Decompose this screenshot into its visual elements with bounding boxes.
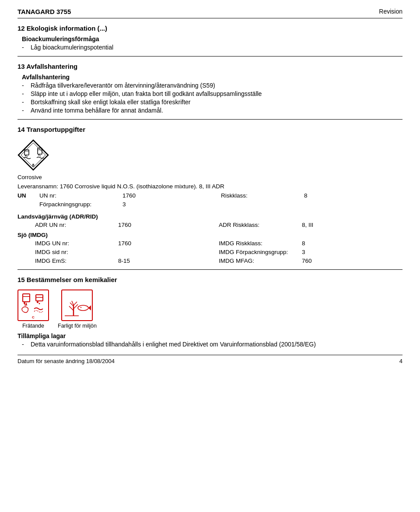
imdg-ems-label: IMDG EmS: xyxy=(35,258,118,264)
divider-14-15 xyxy=(18,269,402,270)
section-13-content: Avfallshantering - Rådfråga tillverkare/… xyxy=(22,74,402,114)
dash-icon: - xyxy=(22,99,29,106)
svg-text:8: 8 xyxy=(32,163,34,167)
imdg-mfag-label: IMDG MFAG: xyxy=(219,258,302,264)
riskklass-value: 8 xyxy=(304,192,308,199)
section-14-heading: 14 Transportuppgifter xyxy=(18,126,402,133)
transport-icon-area: 8 Corrosive xyxy=(18,139,402,180)
waste-item-2: - Släpp inte ut i avlopp eller miljön, u… xyxy=(22,90,402,97)
waste-sub-heading: Avfallshantering xyxy=(22,74,402,81)
section-12-heading: 12 Ekologisk information (...) xyxy=(18,25,402,32)
adr-riskklass-value: 8, III xyxy=(302,222,313,228)
un-label: UN xyxy=(18,192,39,210)
dash-icon: - xyxy=(22,107,29,114)
document-title: TANAGARD 3755 xyxy=(18,8,71,15)
imdg-ems-row: IMDG EmS: 8-15 IMDG MFAG: 760 xyxy=(35,258,402,264)
footer-page-number: 4 xyxy=(399,358,402,364)
section-15-heading: 15 Bestämmelser om kemikalier xyxy=(18,276,402,283)
un-nr-label: UN nr: xyxy=(39,192,122,199)
waste-item-4: - Använd inte tomma behållare för annat … xyxy=(22,107,402,114)
forpackningsgrupp-row: Förpackningsgrupp: 3 xyxy=(39,201,402,208)
section-13-heading: 13 Avfallshantering xyxy=(18,63,402,70)
sjo-label: Sjö (IMDG) xyxy=(18,232,402,238)
landsvag-section: Landsväg/järnväg (ADR/RID) ADR UN nr: 17… xyxy=(18,213,402,228)
svg-point-9 xyxy=(40,155,41,156)
waste-item-3: - Bortskaffning skall ske enligt lokala … xyxy=(22,99,402,106)
divider-12-13 xyxy=(18,56,402,56)
waste-item-1: - Rådfråga tillverkare/leverantör om åte… xyxy=(22,82,402,89)
lag-item: - Detta varuinformationsblad tillhandahå… xyxy=(22,341,402,348)
leveransnamn-text: Leveransnamn: 1760 Corrosive liquid N.O.… xyxy=(18,183,402,190)
page-footer: Datum för senaste ändring 18/08/2004 4 xyxy=(18,355,402,364)
dash-icon: - xyxy=(22,341,29,348)
un-nr-value: 1760 xyxy=(122,192,136,199)
adr-un-nr-value: 1760 xyxy=(118,222,131,228)
adr-un-nr-row: ADR UN nr: 1760 ADR Riskklass: 8, III xyxy=(35,222,402,228)
section-15: 15 Bestämmelser om kemikalier xyxy=(18,276,402,348)
imdg-riskklass-value: 8 xyxy=(302,240,305,247)
sjo-section: Sjö (IMDG) IMDG UN nr: 1760 IMDG Riskkla… xyxy=(18,232,402,264)
dash-icon: - xyxy=(22,90,29,97)
farligt-miljon-icon xyxy=(61,290,93,321)
svg-point-19 xyxy=(39,303,40,304)
divider-13-14 xyxy=(18,119,402,120)
farligt-miljon-label: Farligt för miljön xyxy=(58,323,97,329)
landsvag-label: Landsväg/järnväg (ADR/RID) xyxy=(18,213,402,220)
svg-point-5 xyxy=(27,156,28,157)
tillämpliga-lagar-heading: Tillämpliga lagar xyxy=(18,332,402,339)
bioaccumulation-heading: Bioackumuleringsförmåga xyxy=(22,35,402,42)
imdg-riskklass-label: IMDG Riskklass: xyxy=(219,240,302,247)
revision-label: Revision xyxy=(379,8,402,15)
fratande-icon: C xyxy=(18,290,49,321)
fratande-symbol: C Frätande xyxy=(18,290,49,329)
section-12-content: Bioackumuleringsförmåga - Låg bioackumul… xyxy=(22,35,402,51)
corrosive-label: Corrosive xyxy=(18,174,402,180)
un-section: UN UN nr: 1760 Riskklass: 8 Förpacknings… xyxy=(18,192,402,210)
imdg-un-nr-value: 1760 xyxy=(118,240,131,247)
env-symbol: Farligt för miljön xyxy=(58,290,97,329)
adr-un-nr-label: ADR UN nr: xyxy=(35,222,118,228)
imdg-mfag-value: 760 xyxy=(302,258,312,264)
dash-icon: - xyxy=(22,82,29,89)
riskklass-label: Riskklass: xyxy=(221,192,304,199)
sjo-details: IMDG UN nr: 1760 IMDG Riskklass: 8 IMDG … xyxy=(35,240,402,264)
section-13: 13 Avfallshantering Avfallshantering - R… xyxy=(18,63,402,114)
imdg-sid-nr-row: IMDG sid nr: IMDG Förpackningsgrupp: 3 xyxy=(35,249,402,255)
imdg-un-nr-row: IMDG UN nr: 1760 IMDG Riskklass: 8 xyxy=(35,240,402,247)
page-header: TANAGARD 3755 Revision xyxy=(18,4,402,18)
adr-riskklass-label: ADR Riskklass: xyxy=(219,222,302,228)
svg-point-8 xyxy=(38,155,39,155)
svg-point-4 xyxy=(25,155,26,156)
imdg-ems-value: 8-15 xyxy=(118,258,130,264)
dash-icon: - xyxy=(22,44,29,51)
imdg-forpackningsgrupp-label: IMDG Förpackningsgrupp: xyxy=(219,249,302,255)
footer-date: Datum för senaste ändring 18/08/2004 xyxy=(18,358,115,364)
forpackningsgrupp-label: Förpackningsgrupp: xyxy=(39,201,122,208)
imdg-sid-nr-label: IMDG sid nr: xyxy=(35,249,118,255)
un-nr-row: UN nr: 1760 Riskklass: 8 xyxy=(39,192,402,199)
tillämpliga-lagar-section: Tillämpliga lagar - Detta varuinformatio… xyxy=(18,332,402,348)
forpackningsgrupp-value: 3 xyxy=(122,201,126,208)
hazard-symbols-row: C Frätande xyxy=(18,290,402,329)
imdg-un-nr-label: IMDG UN nr: xyxy=(35,240,118,247)
svg-text:C: C xyxy=(32,315,35,319)
un-details: UN nr: 1760 Riskklass: 8 Förpackningsgru… xyxy=(39,192,402,210)
svg-point-18 xyxy=(37,301,38,303)
bioaccumulation-item: - Låg bioackumuleringspotential xyxy=(22,44,402,51)
section-14: 14 Transportuppgifter xyxy=(18,126,402,264)
landsvag-details: ADR UN nr: 1760 ADR Riskklass: 8, III xyxy=(35,222,402,228)
section-12: 12 Ekologisk information (...) Bioackumu… xyxy=(18,25,402,51)
imdg-forpackningsgrupp-value: 3 xyxy=(302,249,305,255)
corrosive-diamond-icon: 8 xyxy=(18,139,49,171)
fratande-label: Frätande xyxy=(22,323,44,329)
